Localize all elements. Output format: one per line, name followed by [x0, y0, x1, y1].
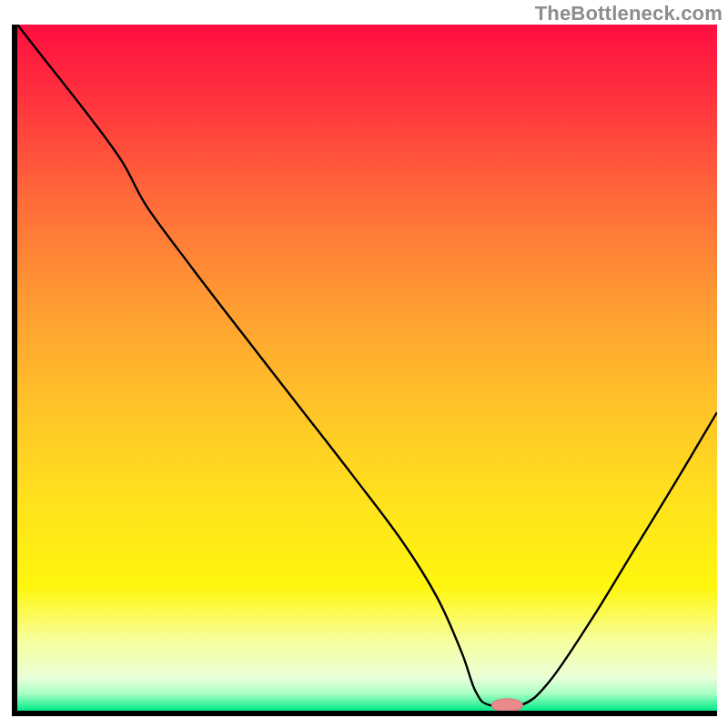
watermark-text: TheBottleneck.com: [535, 2, 723, 25]
optimal-marker: [491, 699, 522, 712]
bottleneck-chart: [0, 0, 728, 728]
chart-container: TheBottleneck.com: [0, 0, 728, 728]
plot-background: [17, 25, 717, 711]
